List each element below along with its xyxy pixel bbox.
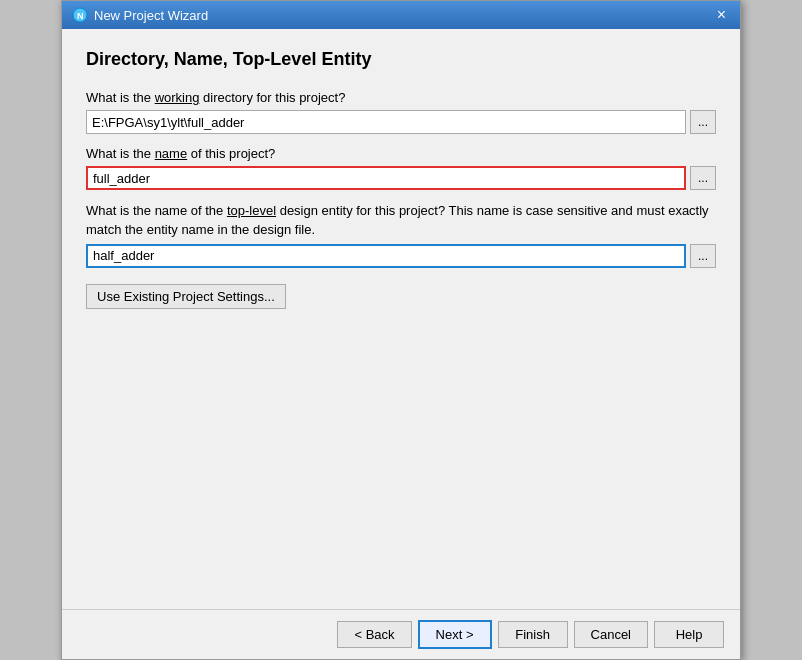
top-level-row: ... bbox=[86, 244, 716, 268]
bottom-area bbox=[62, 329, 740, 609]
finish-button[interactable]: Finish bbox=[498, 621, 568, 648]
top-level-input[interactable] bbox=[86, 244, 686, 268]
working-dir-input[interactable] bbox=[86, 110, 686, 134]
dialog-window: N New Project Wizard × Directory, Name, … bbox=[61, 0, 741, 659]
project-name-input[interactable] bbox=[86, 166, 686, 190]
dialog-title: New Project Wizard bbox=[94, 8, 208, 23]
project-name-row: ... bbox=[86, 166, 716, 190]
next-button[interactable]: Next > bbox=[418, 620, 492, 649]
back-button[interactable]: < Back bbox=[337, 621, 411, 648]
content-area: Directory, Name, Top-Level Entity What i… bbox=[62, 29, 740, 328]
project-name-browse-button[interactable]: ... bbox=[690, 166, 716, 190]
svg-text:N: N bbox=[77, 11, 84, 21]
title-bar: N New Project Wizard × bbox=[62, 1, 740, 29]
top-level-browse-button[interactable]: ... bbox=[690, 244, 716, 268]
help-button[interactable]: Help bbox=[654, 621, 724, 648]
project-name-label: What is the name of this project? bbox=[86, 146, 716, 161]
close-button[interactable]: × bbox=[713, 7, 730, 23]
title-bar-left: N New Project Wizard bbox=[72, 7, 208, 23]
wizard-icon: N bbox=[72, 7, 88, 23]
working-dir-label: What is the working directory for this p… bbox=[86, 90, 716, 105]
use-existing-button[interactable]: Use Existing Project Settings... bbox=[86, 284, 286, 309]
footer: < Back Next > Finish Cancel Help bbox=[62, 609, 740, 659]
cancel-button[interactable]: Cancel bbox=[574, 621, 648, 648]
top-level-label: What is the name of the top-level design… bbox=[86, 202, 716, 238]
page-title: Directory, Name, Top-Level Entity bbox=[86, 49, 716, 70]
working-dir-row: ... bbox=[86, 110, 716, 134]
working-dir-browse-button[interactable]: ... bbox=[690, 110, 716, 134]
